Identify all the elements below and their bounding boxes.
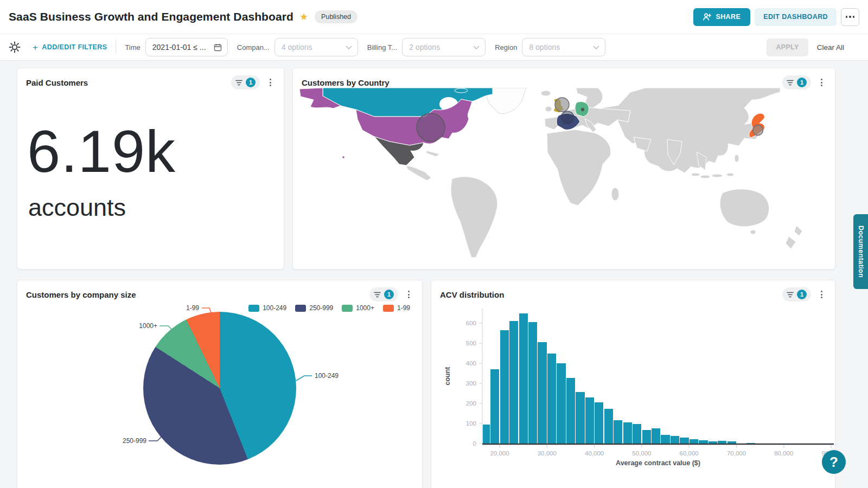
legend-label: 1-99 — [397, 304, 410, 312]
histogram-bar[interactable] — [623, 422, 632, 444]
legend-label: 250-999 — [309, 304, 333, 312]
svg-text:0: 0 — [473, 440, 476, 447]
map-region-indonesia[interactable] — [700, 175, 710, 178]
histogram-bar[interactable] — [490, 369, 499, 444]
pie-slice-label: 100-249 — [315, 372, 339, 380]
region-select[interactable]: 8 options — [522, 38, 605, 56]
clear-all-button[interactable]: Clear All — [817, 43, 844, 52]
histogram-bar[interactable] — [547, 354, 556, 444]
company-size-select[interactable]: 4 options — [275, 38, 358, 56]
filter-label-billing: Billing T... — [367, 43, 397, 52]
apply-button[interactable]: APPLY — [767, 38, 808, 56]
map-region-cuba[interactable] — [426, 151, 439, 157]
widget-filter-chip[interactable]: 1 — [782, 287, 811, 301]
billing-type-select[interactable]: 2 options — [402, 38, 486, 56]
company-size-value: 4 options — [282, 43, 346, 52]
time-range-input[interactable]: 2021-01-01 ≤ ... — [145, 38, 228, 56]
map-bubble-france[interactable] — [561, 111, 574, 124]
widget-menu-button[interactable] — [815, 287, 827, 301]
histogram-bar[interactable] — [661, 435, 669, 444]
pie-slice-label: 1000+ — [132, 322, 157, 330]
widget-filter-chip[interactable]: 1 — [231, 75, 260, 89]
legend-item[interactable]: 100-249 — [248, 304, 286, 312]
histogram-bar[interactable] — [557, 363, 565, 444]
histogram-bar[interactable] — [642, 430, 651, 444]
widget-menu-button[interactable] — [403, 287, 414, 301]
legend-item[interactable]: 1000+ — [342, 304, 374, 312]
filter-count-badge: 1 — [797, 290, 807, 299]
filter-lines-icon — [787, 292, 794, 298]
favorite-star-icon[interactable]: ★ — [299, 11, 308, 23]
kebab-icon — [408, 291, 410, 292]
histogram-bar[interactable] — [614, 420, 622, 444]
widget-menu-button[interactable] — [815, 75, 827, 89]
histogram-bar[interactable] — [690, 439, 698, 444]
map-bubble-usa[interactable] — [417, 113, 445, 142]
map-bubble-uk[interactable] — [555, 98, 569, 112]
histogram-bar[interactable] — [566, 378, 575, 444]
histogram-chart: 010020030040050060020,00030,00040,00050,… — [431, 300, 836, 488]
filter-label-time: Time — [125, 43, 140, 52]
edit-dashboard-button[interactable]: EDIT DASHBOARD — [755, 8, 837, 26]
histogram-bar[interactable] — [633, 424, 641, 444]
histogram-bar[interactable] — [718, 441, 726, 444]
map-region-madagascar[interactable] — [611, 188, 619, 201]
histogram-bar[interactable] — [671, 436, 679, 444]
histogram-bar[interactable] — [483, 425, 490, 444]
svg-text:600: 600 — [466, 320, 476, 326]
map-region-ireland[interactable] — [545, 106, 552, 112]
pie-slice-label: 1-99 — [180, 304, 199, 312]
map-region-australia[interactable] — [720, 189, 769, 227]
map-bubble-germany[interactable] — [581, 108, 584, 111]
map-bubble-japan[interactable] — [753, 125, 763, 136]
documentation-tab[interactable]: Documentation — [853, 214, 868, 289]
more-menu-button[interactable] — [841, 8, 859, 26]
kpi-value: 6.19k — [27, 121, 176, 181]
legend-swatch — [383, 305, 394, 312]
share-button[interactable]: SHARE — [693, 8, 750, 26]
filter-settings-button[interactable] — [9, 41, 21, 53]
widget-acv-distribution: ACV distribution 1 010020030040050060020… — [431, 280, 835, 488]
map-region-philippines[interactable] — [735, 155, 739, 162]
map-region-south-america[interactable] — [451, 177, 497, 258]
histogram-bar[interactable] — [519, 313, 528, 444]
histogram-bar[interactable] — [699, 440, 707, 444]
map-region-new-zealand[interactable] — [794, 226, 802, 236]
widget-filter-chip[interactable]: 1 — [369, 287, 398, 301]
histogram-bar[interactable] — [528, 322, 537, 444]
chevron-down-icon — [593, 46, 599, 49]
pie-slice-label: 250-999 — [115, 437, 146, 445]
map-region-indonesia[interactable] — [712, 174, 723, 177]
histogram-bar[interactable] — [576, 392, 584, 444]
map-region-indonesia[interactable] — [726, 173, 734, 176]
widget-filter-chip[interactable]: 1 — [782, 75, 811, 89]
add-edit-filters-button[interactable]: + ADD/EDIT FILTERS — [33, 43, 107, 52]
histogram-bar[interactable] — [509, 321, 518, 444]
legend-item[interactable]: 250-999 — [295, 304, 333, 312]
widget-menu-button[interactable] — [264, 75, 276, 89]
pie-legend: 100-249250-9991000+1-99 — [248, 304, 410, 312]
filterbar-actions: APPLY Clear All — [767, 38, 844, 56]
map-region-central-america[interactable] — [406, 165, 431, 181]
histogram-bar[interactable] — [604, 409, 613, 444]
histogram-bar[interactable] — [538, 342, 546, 444]
map-region-tasmania[interactable] — [750, 230, 756, 234]
histogram-bar[interactable] — [680, 438, 688, 444]
histogram-bar[interactable] — [709, 441, 717, 444]
help-button[interactable]: ? — [822, 450, 846, 474]
legend-item[interactable]: 1-99 — [383, 304, 410, 312]
pie-chart[interactable] — [143, 312, 296, 465]
histogram-bar[interactable] — [500, 330, 509, 444]
map-region-africa[interactable] — [547, 130, 611, 206]
histogram-bar[interactable] — [585, 397, 594, 444]
histogram-bar[interactable] — [595, 402, 603, 444]
map-region-indonesia[interactable] — [691, 173, 700, 176]
map-region-new-zealand[interactable] — [786, 236, 796, 249]
histogram-bar[interactable] — [727, 441, 736, 444]
legend-swatch — [342, 305, 353, 312]
add-edit-filters-label: ADD/EDIT FILTERS — [42, 43, 107, 51]
map-country-hawaii[interactable] — [342, 156, 344, 158]
widget-header: ACV distribution 1 — [431, 280, 835, 305]
histogram-bar[interactable] — [652, 428, 660, 444]
time-range-value: 2021-01-01 ≤ ... — [152, 43, 214, 52]
